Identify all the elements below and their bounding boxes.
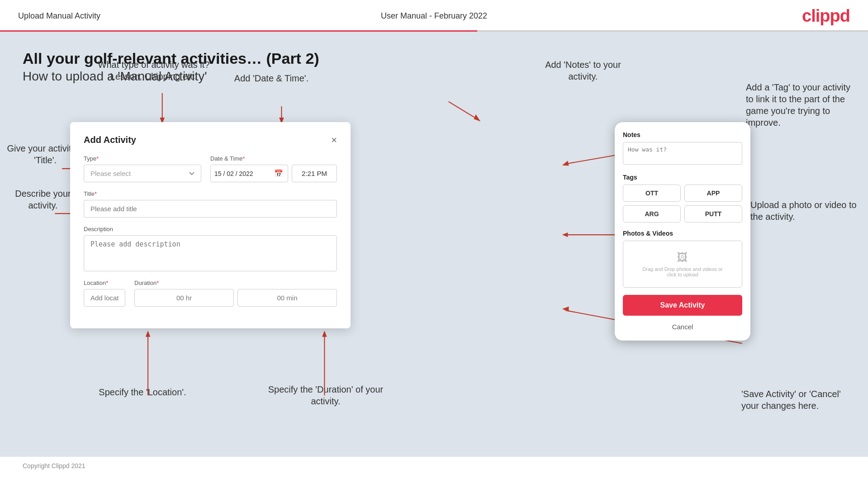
- footer: Copyright Clippd 2021: [0, 457, 868, 475]
- datetime-label: Date & Time*: [210, 155, 337, 162]
- datetime-group: Date & Time* 📅: [210, 155, 337, 182]
- title-label-field: Title*: [84, 190, 337, 197]
- date-input[interactable]: [211, 166, 270, 182]
- annotation-save-cancel: 'Save Activity' or 'Cancel' your changes…: [741, 388, 859, 412]
- tag-arg[interactable]: ARG: [623, 205, 681, 223]
- tags-label: Tags: [623, 174, 742, 181]
- date-input-group: 📅: [210, 165, 288, 182]
- svg-marker-15: [562, 161, 569, 166]
- tags-section: Tags OTT APP ARG PUTT: [623, 174, 742, 223]
- main-content: All your golf-relevant activities… (Part…: [0, 32, 868, 457]
- photos-hint: Drag and Drop photos and videos or click…: [628, 266, 737, 277]
- type-select[interactable]: Please select: [84, 165, 201, 182]
- description-input[interactable]: [84, 235, 337, 271]
- location-group: Location*: [84, 280, 125, 307]
- phone-inner: Notes Tags OTT APP ARG PUTT Photos & Vid…: [615, 122, 750, 341]
- calendar-icon: 📅: [270, 166, 288, 181]
- annotation-tag: Add a 'Tag' to your activity to link it …: [746, 81, 859, 128]
- cancel-link[interactable]: Cancel: [623, 321, 742, 332]
- title-input[interactable]: [84, 200, 337, 218]
- modal-header: Add Activity ×: [84, 135, 337, 145]
- add-activity-modal: Add Activity × Type* Please select Date …: [70, 122, 351, 328]
- notes-label: Notes: [623, 131, 742, 138]
- duration-label: Duration*: [134, 280, 337, 286]
- duration-hr-input[interactable]: [134, 289, 234, 307]
- annotation-notes: Add 'Notes' to your activity.: [533, 59, 633, 82]
- tags-grid: OTT APP ARG PUTT: [623, 185, 742, 223]
- phone-mockup: Notes Tags OTT APP ARG PUTT Photos & Vid…: [615, 122, 750, 341]
- type-group: Type* Please select: [84, 155, 201, 182]
- annotation-location: Specify the 'Location'.: [90, 386, 194, 398]
- logo: clippd: [802, 6, 850, 26]
- location-input[interactable]: [84, 289, 125, 307]
- duration-min-input[interactable]: [237, 289, 337, 307]
- type-label: Type*: [84, 155, 201, 162]
- tag-app[interactable]: APP: [684, 185, 742, 202]
- location-label: Location*: [84, 280, 125, 286]
- photos-section: Photos & Videos 🖼 Drag and Drop photos a…: [623, 230, 742, 288]
- notes-input[interactable]: [623, 142, 742, 165]
- page-title: Upload Manual Activity: [18, 11, 100, 21]
- location-duration-row: Location* Duration*: [84, 280, 337, 307]
- annotation-duration: Specify the 'Duration' of your activity.: [262, 384, 389, 407]
- description-group: Description: [84, 226, 337, 271]
- svg-marker-19: [562, 307, 569, 312]
- modal-title: Add Activity: [84, 135, 136, 145]
- annotation-date-time: Add 'Date & Time'.: [226, 72, 317, 84]
- type-datetime-row: Type* Please select Date & Time* 📅: [84, 155, 337, 182]
- tag-ott[interactable]: OTT: [623, 185, 681, 202]
- notes-section: Notes: [623, 131, 742, 166]
- copyright-text: Copyright Clippd 2021: [23, 462, 85, 469]
- photos-label: Photos & Videos: [623, 230, 742, 237]
- tag-putt[interactable]: PUTT: [684, 205, 742, 223]
- svg-marker-9: [146, 331, 151, 337]
- annotation-activity-type: What type of activity was it? Lesson, Ch…: [95, 59, 213, 82]
- duration-inputs: [134, 289, 337, 307]
- svg-marker-13: [474, 114, 481, 122]
- svg-line-12: [449, 102, 477, 119]
- time-input[interactable]: [292, 165, 337, 182]
- photos-dropzone[interactable]: 🖼 Drag and Drop photos and videos or cli…: [623, 241, 742, 288]
- document-title: User Manual - February 2022: [381, 11, 487, 21]
- top-bar: Upload Manual Activity User Manual - Feb…: [0, 0, 868, 30]
- svg-marker-11: [322, 331, 327, 337]
- description-label: Description: [84, 226, 337, 232]
- title-group: Title*: [84, 190, 337, 218]
- annotation-photo: Upload a photo or video to the activity.: [750, 199, 859, 223]
- modal-close-button[interactable]: ×: [331, 135, 337, 145]
- duration-group: Duration*: [134, 280, 337, 307]
- svg-marker-17: [562, 232, 568, 237]
- save-activity-button[interactable]: Save Activity: [623, 295, 742, 316]
- photo-icon: 🖼: [628, 251, 737, 264]
